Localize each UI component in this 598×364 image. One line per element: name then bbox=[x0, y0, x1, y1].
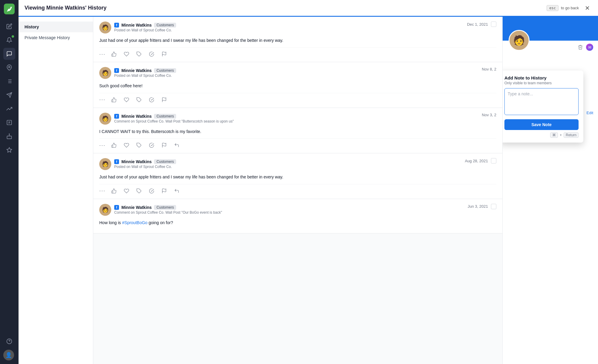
left-nav-history[interactable]: History bbox=[19, 22, 93, 32]
like-btn[interactable] bbox=[110, 187, 118, 195]
svg-point-11 bbox=[9, 134, 10, 134]
user-avatar[interactable]: 👤 bbox=[3, 350, 14, 360]
author-avatar: 🧑 bbox=[99, 22, 111, 33]
like-btn[interactable] bbox=[110, 141, 118, 149]
tag-btn[interactable] bbox=[135, 96, 143, 104]
nav-inbox-btn[interactable] bbox=[3, 48, 15, 60]
right-panel: 🧑 ✉ Add Note to History Only visible to … bbox=[502, 17, 598, 364]
more-actions-btn[interactable]: ··· bbox=[99, 188, 106, 194]
nav-bot-btn[interactable] bbox=[3, 130, 15, 142]
love-btn[interactable] bbox=[122, 96, 131, 104]
profile-avatar-large: 🧑 bbox=[509, 30, 530, 51]
flag-btn[interactable] bbox=[160, 96, 168, 104]
flag-btn[interactable] bbox=[160, 50, 168, 58]
add-note-subtitle: Only visible to team members bbox=[504, 81, 579, 85]
tag-btn[interactable] bbox=[135, 50, 143, 58]
reply-btn[interactable] bbox=[173, 187, 181, 195]
tag-btn[interactable] bbox=[135, 141, 143, 149]
page-title: Viewing Minnie Watkins' History bbox=[25, 5, 547, 11]
post-card: 🧑 f Minnie Watkins Customers Comment on … bbox=[93, 108, 502, 153]
left-nav-private-message-history[interactable]: Private Message History bbox=[19, 32, 93, 43]
resolve-btn[interactable] bbox=[147, 96, 156, 104]
nav-help-btn[interactable] bbox=[3, 335, 15, 347]
resolve-btn[interactable] bbox=[147, 50, 156, 58]
like-btn[interactable] bbox=[110, 96, 118, 104]
keyboard-plus: + bbox=[560, 133, 562, 137]
post-date: Nov 3, 2 bbox=[482, 113, 496, 117]
post-card: 🧑 f Minnie Watkins Customers Posted on W… bbox=[93, 153, 502, 199]
esc-hint: esc to go back bbox=[547, 5, 579, 11]
post-actions: ··· bbox=[99, 93, 496, 104]
resolve-btn[interactable] bbox=[147, 187, 156, 195]
hashtag-link[interactable]: #SproutBoGo bbox=[122, 220, 147, 225]
notification-badge bbox=[12, 35, 14, 38]
nav-notifications-btn[interactable] bbox=[3, 34, 15, 46]
more-actions-btn[interactable]: ··· bbox=[99, 97, 106, 103]
cmd-key: ⌘ bbox=[550, 132, 558, 138]
post-meta: Posted on Wall of Sprout Coffee Co. bbox=[114, 165, 176, 169]
feed-area: 🧑 f Minnie Watkins Customers Posted on W… bbox=[93, 17, 502, 364]
post-content: I CANNOT WAIT to try this. Butterscotch … bbox=[99, 128, 496, 138]
post-checkbox[interactable] bbox=[491, 204, 496, 209]
facebook-icon: f bbox=[114, 205, 119, 210]
like-btn[interactable] bbox=[110, 50, 118, 58]
save-note-button[interactable]: Save Note bbox=[504, 119, 579, 130]
facebook-icon: f bbox=[114, 68, 119, 73]
post-date: Aug 28, 2021 bbox=[465, 158, 496, 163]
edit-link[interactable]: Edit bbox=[587, 111, 593, 115]
left-panel: History Private Message History bbox=[19, 17, 93, 364]
post-checkbox[interactable] bbox=[491, 158, 496, 163]
love-btn[interactable] bbox=[122, 187, 131, 195]
author-badge: Customers bbox=[154, 23, 176, 27]
author-avatar: 🧑 bbox=[99, 158, 111, 170]
flag-btn[interactable] bbox=[160, 141, 168, 149]
nav-send-btn[interactable] bbox=[3, 89, 15, 101]
close-button[interactable]: ✕ bbox=[582, 3, 592, 13]
post-meta: Comment on Sprout Coffee Co. Wall Post "… bbox=[114, 210, 222, 215]
post-content: How long is #SproutBoGo going on for? bbox=[99, 219, 496, 230]
post-actions: ··· bbox=[99, 47, 496, 58]
facebook-icon: f bbox=[114, 159, 119, 164]
author-badge: Customers bbox=[154, 68, 176, 73]
nav-analytics-btn[interactable] bbox=[3, 103, 15, 115]
love-btn[interactable] bbox=[122, 141, 131, 149]
tag-btn[interactable] bbox=[135, 187, 143, 195]
post-date: Dec 1, 2021 bbox=[467, 22, 496, 27]
profile-icons: ✉ bbox=[578, 44, 593, 51]
profile-delete-btn[interactable] bbox=[578, 45, 583, 50]
resolve-btn[interactable] bbox=[147, 141, 156, 149]
post-checkbox[interactable] bbox=[491, 22, 496, 27]
more-actions-btn[interactable]: ··· bbox=[99, 51, 106, 57]
post-meta: Posted on Wall of Sprout Coffee Co. bbox=[114, 28, 176, 32]
topbar: Viewing Minnie Watkins' History esc to g… bbox=[19, 0, 598, 17]
post-actions: ··· bbox=[99, 138, 496, 149]
author-badge: Customers bbox=[154, 159, 176, 164]
nav-reports-btn[interactable] bbox=[3, 117, 15, 129]
app-logo bbox=[4, 4, 15, 14]
nav-tasks-btn[interactable] bbox=[3, 75, 15, 87]
return-key: Return bbox=[564, 132, 579, 138]
nav-star-btn[interactable] bbox=[3, 144, 15, 156]
post-actions: ··· bbox=[99, 184, 496, 195]
flag-btn[interactable] bbox=[160, 187, 168, 195]
post-card: 🧑 f Minnie Watkins Customers Posted on W… bbox=[93, 17, 502, 62]
author-name: Minnie Watkins bbox=[121, 205, 152, 210]
nav-compose-btn[interactable] bbox=[3, 20, 15, 32]
add-note-title: Add Note to History bbox=[504, 75, 579, 80]
reply-btn[interactable] bbox=[173, 141, 181, 149]
more-actions-btn[interactable]: ··· bbox=[99, 142, 106, 149]
post-date: Jun 3, 2021 bbox=[468, 204, 496, 209]
love-btn[interactable] bbox=[122, 50, 131, 58]
note-textarea[interactable] bbox=[504, 88, 579, 115]
svg-rect-10 bbox=[7, 136, 12, 139]
post-meta: Posted on Wall of Sprout Coffee Co. bbox=[114, 74, 176, 78]
nav-pin-btn[interactable] bbox=[3, 62, 15, 74]
author-name: Minnie Watkins bbox=[121, 159, 152, 164]
author-avatar: 🧑 bbox=[99, 67, 111, 79]
svg-marker-12 bbox=[7, 148, 12, 152]
post-card: 🧑 f Minnie Watkins Customers Posted on W… bbox=[93, 62, 502, 108]
esc-label: to go back bbox=[561, 6, 579, 10]
post-content: Just had one of your apple fritters and … bbox=[99, 174, 496, 184]
add-note-popup: Add Note to History Only visible to team… bbox=[502, 71, 583, 143]
post-content: Just had one of your apple fritters and … bbox=[99, 37, 496, 47]
